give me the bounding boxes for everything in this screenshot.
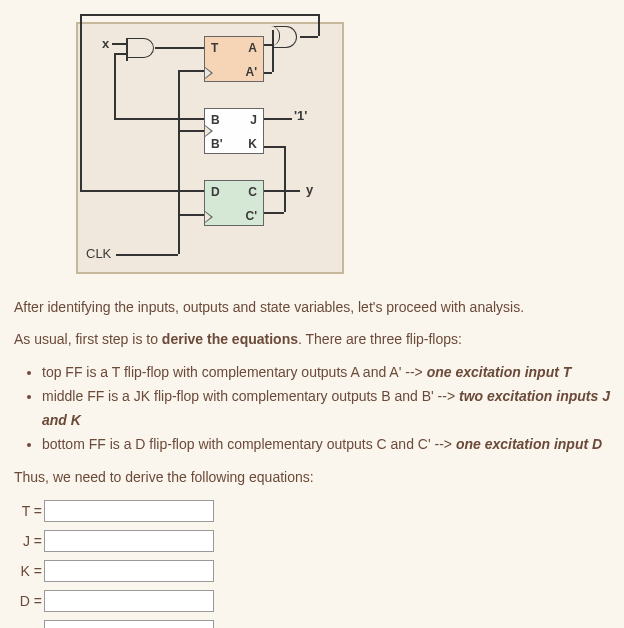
t-out-acomp: A' — [245, 65, 257, 79]
and-gate — [126, 38, 154, 58]
content-body: After identifying the inputs, outputs an… — [14, 298, 610, 628]
d-out-ccomp: C' — [245, 209, 257, 223]
eq-label-j: J = — [14, 533, 42, 549]
diagram-box: x T A A' B J B' K '1' — [76, 22, 344, 274]
d-input[interactable] — [44, 590, 214, 612]
list-item: middle FF is a JK flip-flop with complem… — [42, 385, 610, 433]
list-item: bottom FF is a D flip-flop with compleme… — [42, 433, 610, 457]
eq-label-k: K = — [14, 563, 42, 579]
k-input[interactable] — [44, 560, 214, 582]
bullet-text: bottom FF is a D flip-flop with compleme… — [42, 436, 456, 452]
equation-row-y: y = — [14, 620, 610, 628]
thus-paragraph: Thus, we need to derive the following eq… — [14, 468, 610, 488]
jk-j: J — [250, 113, 257, 127]
output-y-label: y — [306, 182, 313, 197]
bullet-em: one excitation input D — [456, 436, 602, 452]
d-out-c: C — [248, 185, 257, 199]
ff-list: top FF is a T flip-flop with complementa… — [14, 361, 610, 456]
j-input[interactable] — [44, 530, 214, 552]
jk-flipflop: B J B' K — [204, 108, 264, 154]
eq-label-y: y = — [14, 623, 42, 628]
step-bold: derive the equations — [162, 331, 298, 347]
equation-row-j: J = — [14, 530, 610, 552]
jk-bcomp: B' — [211, 137, 223, 151]
bullet-em: one excitation input T — [427, 364, 572, 380]
equation-row-d: D = — [14, 590, 610, 612]
d-in: D — [211, 185, 220, 199]
y-input[interactable] — [44, 620, 214, 628]
step-prefix: As usual, first step is to — [14, 331, 162, 347]
input-x-label: x — [102, 36, 109, 51]
t-input[interactable] — [44, 500, 214, 522]
t-flipflop: T A A' — [204, 36, 264, 82]
equation-row-t: T = — [14, 500, 610, 522]
clk-label: CLK — [86, 246, 111, 261]
bullet-text: middle FF is a JK flip-flop with complem… — [42, 388, 459, 404]
or-gate — [274, 26, 300, 46]
step-paragraph: As usual, first step is to derive the eq… — [14, 330, 610, 350]
t-out-a: A — [248, 41, 257, 55]
const-one: '1' — [294, 108, 307, 123]
circuit-diagram: x T A A' B J B' K '1' — [76, 22, 610, 274]
eq-label-d: D = — [14, 593, 42, 609]
eq-label-t: T = — [14, 503, 42, 519]
jk-k: K — [248, 137, 257, 151]
intro-paragraph: After identifying the inputs, outputs an… — [14, 298, 610, 318]
step-suffix: . There are three flip-flops: — [298, 331, 462, 347]
d-flipflop: D C C' — [204, 180, 264, 226]
equation-row-k: K = — [14, 560, 610, 582]
t-in: T — [211, 41, 218, 55]
list-item: top FF is a T flip-flop with complementa… — [42, 361, 610, 385]
bullet-text: top FF is a T flip-flop with complementa… — [42, 364, 427, 380]
